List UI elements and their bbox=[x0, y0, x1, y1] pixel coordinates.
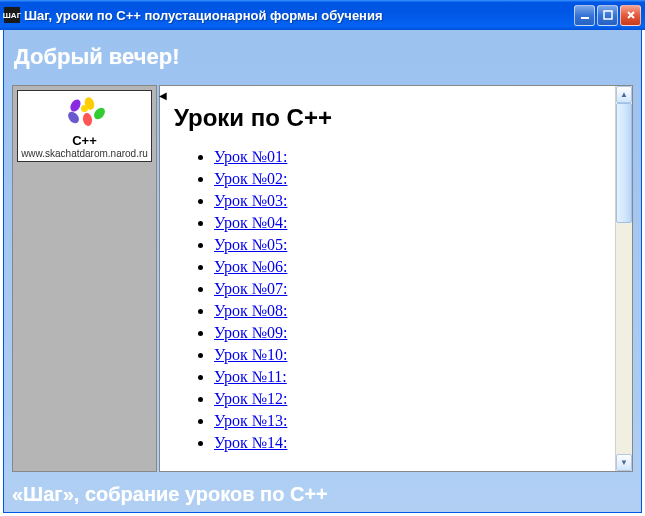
list-item: Урок №08: bbox=[214, 302, 601, 320]
lesson-link[interactable]: Урок №06: bbox=[214, 258, 287, 275]
scrollbar-thumb[interactable] bbox=[616, 103, 632, 223]
svg-rect-0 bbox=[581, 17, 589, 19]
lesson-link[interactable]: Урок №02: bbox=[214, 170, 287, 187]
window-controls bbox=[574, 5, 641, 26]
lesson-link[interactable]: Урок №14: bbox=[214, 434, 287, 451]
content-panel: Уроки по С++ Урок №01:Урок №02:Урок №03:… bbox=[159, 85, 633, 472]
lesson-link[interactable]: Урок №01: bbox=[214, 148, 287, 165]
footer-text: «Шаг», собрание уроков по C++ bbox=[12, 483, 328, 506]
sidebar-card-cpp[interactable]: C++ www.skachatdarom.narod.ru bbox=[17, 90, 152, 162]
lesson-link[interactable]: Урок №09: bbox=[214, 324, 287, 341]
maximize-button[interactable] bbox=[597, 5, 618, 26]
list-item: Урок №09: bbox=[214, 324, 601, 342]
app-window: ШАГ Шаг, уроки по C++ полустационарной ф… bbox=[0, 0, 645, 516]
sidebar: ◀ C++ www.skachatdarom.narod.ru bbox=[12, 85, 157, 472]
lesson-link[interactable]: Урок №11: bbox=[214, 368, 287, 385]
svg-rect-1 bbox=[604, 11, 612, 19]
sidebar-card-label: C++ bbox=[18, 133, 151, 148]
sidebar-card-url: www.skachatdarom.narod.ru bbox=[18, 148, 151, 159]
list-item: Урок №02: bbox=[214, 170, 601, 188]
lesson-link[interactable]: Урок №04: bbox=[214, 214, 287, 231]
collapse-toggle-icon[interactable]: ◀ bbox=[158, 88, 168, 102]
lesson-link[interactable]: Урок №07: bbox=[214, 280, 287, 297]
list-item: Урок №01: bbox=[214, 148, 601, 166]
main-row: ◀ C++ www.skachatdarom.narod.ru Уроки по… bbox=[12, 85, 633, 472]
content-frame: Уроки по С++ Урок №01:Урок №02:Урок №03:… bbox=[160, 86, 615, 471]
list-item: Урок №12: bbox=[214, 390, 601, 408]
app-icon: ШАГ bbox=[4, 7, 20, 23]
greeting-text: Добрый вечер! bbox=[4, 30, 641, 80]
list-item: Урок №03: bbox=[214, 192, 601, 210]
lesson-link[interactable]: Урок №13: bbox=[214, 412, 287, 429]
page-title: Уроки по С++ bbox=[174, 104, 601, 132]
list-item: Урок №10: bbox=[214, 346, 601, 364]
vertical-scrollbar[interactable]: ▲ ▼ bbox=[615, 86, 632, 471]
window-title: Шаг, уроки по C++ полустационарной формы… bbox=[24, 8, 574, 23]
close-button[interactable] bbox=[620, 5, 641, 26]
lesson-link[interactable]: Урок №12: bbox=[214, 390, 287, 407]
list-item: Урок №13: bbox=[214, 412, 601, 430]
lesson-link[interactable]: Урок №08: bbox=[214, 302, 287, 319]
list-item: Урок №14: bbox=[214, 434, 601, 452]
cpp-logo-icon bbox=[63, 97, 107, 127]
list-item: Урок №05: bbox=[214, 236, 601, 254]
lesson-link[interactable]: Урок №03: bbox=[214, 192, 287, 209]
lesson-link[interactable]: Урок №05: bbox=[214, 236, 287, 253]
list-item: Урок №11: bbox=[214, 368, 601, 386]
minimize-button[interactable] bbox=[574, 5, 595, 26]
list-item: Урок №04: bbox=[214, 214, 601, 232]
titlebar[interactable]: ШАГ Шаг, уроки по C++ полустационарной ф… bbox=[0, 0, 645, 30]
list-item: Урок №07: bbox=[214, 280, 601, 298]
lesson-link[interactable]: Урок №10: bbox=[214, 346, 287, 363]
scroll-up-button[interactable]: ▲ bbox=[616, 86, 632, 103]
scrollbar-track[interactable] bbox=[616, 103, 632, 454]
client-area: Добрый вечер! ◀ C++ www.skachatdarom.nar… bbox=[3, 30, 642, 513]
scroll-down-button[interactable]: ▼ bbox=[616, 454, 632, 471]
list-item: Урок №06: bbox=[214, 258, 601, 276]
lesson-list: Урок №01:Урок №02:Урок №03:Урок №04:Урок… bbox=[214, 148, 601, 452]
